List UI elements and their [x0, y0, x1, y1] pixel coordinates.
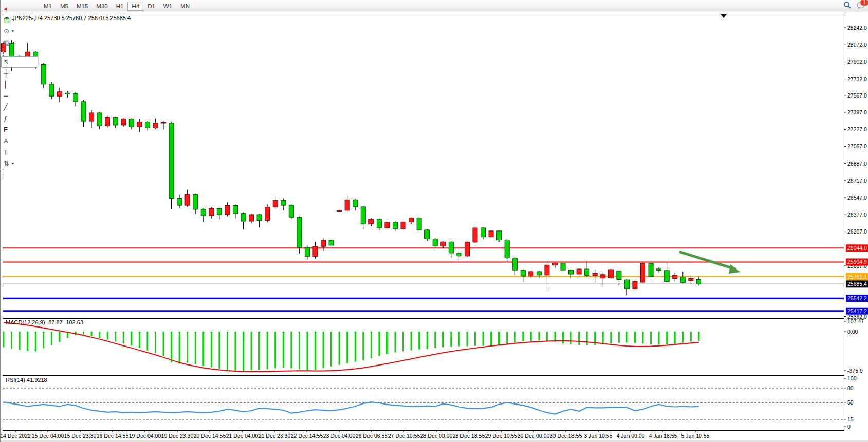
candle	[113, 118, 118, 125]
chat-button[interactable]: 1	[857, 2, 865, 11]
crosshair-button[interactable]: ┼	[1, 68, 38, 79]
timeframe-button-w1[interactable]: W1	[159, 2, 176, 11]
candle	[337, 210, 342, 212]
candle	[537, 272, 541, 275]
timeframe-button-m5[interactable]: M5	[56, 2, 72, 11]
price-tick-label: 28072.0	[847, 42, 867, 48]
candle	[513, 258, 518, 270]
price-pane-border	[3, 14, 844, 317]
text-button[interactable]: A	[1, 136, 38, 147]
timeframe-button-m1[interactable]: M1	[40, 2, 56, 11]
status-strip	[1, 440, 868, 442]
candle	[577, 269, 581, 274]
candle	[552, 263, 557, 265]
candle	[73, 93, 78, 102]
candle	[97, 113, 102, 126]
macd-indicator-label: MACD(12,26,9) -87.87 -102.63	[6, 319, 83, 325]
shapes-button[interactable]: ⇅▾	[1, 158, 38, 169]
horizontal-lines[interactable]: 26044.025904.925761.125685.425542.225417…	[3, 244, 868, 314]
candle	[49, 84, 54, 96]
candle	[297, 217, 302, 247]
cursor-button[interactable]: ↖	[1, 56, 38, 68]
crosshair-icon: ┼	[4, 70, 8, 76]
candle	[585, 269, 589, 276]
candle	[121, 119, 126, 125]
channel-button[interactable]: ƒ	[1, 113, 38, 124]
price-tick-label: 26887.0	[847, 161, 867, 167]
rsi-pane: 1008050150	[3, 375, 857, 430]
candle	[265, 207, 270, 221]
candle	[473, 228, 477, 242]
chart-shift-button[interactable]: ◂	[1, 3, 38, 14]
price-badge-label: 25904.9	[847, 259, 867, 265]
time-tick-label: 28 Dec 00:00	[420, 433, 453, 439]
notification-badge: 1	[860, 0, 868, 6]
candle	[225, 205, 230, 215]
trend-arrow-annotation[interactable]	[680, 252, 741, 274]
price-tick-label: 27227.0	[847, 126, 867, 132]
auto-scroll-button[interactable]: ▸	[1, 0, 38, 3]
horizontal-line-button[interactable]: ─	[1, 90, 38, 102]
chart-shift-marker-icon[interactable]	[721, 14, 727, 18]
templates-button[interactable]: ▤▾	[1, 14, 38, 26]
search-button[interactable]	[843, 1, 852, 11]
candle	[624, 280, 629, 289]
candle	[425, 230, 430, 239]
timeframe-button-h4[interactable]: H4	[127, 2, 143, 11]
rsi-line	[4, 402, 699, 414]
candle	[401, 222, 405, 229]
candle	[153, 123, 158, 128]
candle	[361, 207, 365, 224]
rsi-tick-label: 100	[847, 375, 857, 381]
price-tick-label: 26717.0	[847, 178, 867, 184]
time-tick-label: 30 Dec 18:55	[550, 433, 582, 439]
candle	[529, 272, 533, 276]
candle	[385, 222, 390, 228]
candle	[569, 270, 574, 274]
price-tick-label: 27902.0	[847, 59, 867, 65]
timeframe-button-m30[interactable]: M30	[92, 2, 112, 11]
text-label-button[interactable]: T	[1, 147, 38, 158]
timeframe-button-d1[interactable]: D1	[143, 2, 159, 11]
candle	[345, 200, 349, 210]
dropdown-caret-icon[interactable]: ▾	[12, 40, 14, 45]
dropdown-caret-icon[interactable]: ▾	[12, 161, 14, 166]
auto-scroll-icon: ▸	[4, 0, 7, 1]
period-button[interactable]: ⊙▾	[1, 26, 38, 37]
candle	[417, 218, 421, 230]
candle	[105, 118, 110, 126]
macd-signal-line	[4, 323, 699, 372]
chart-profile-button[interactable]: ▨▾	[1, 37, 38, 48]
trendline-button[interactable]: ╱	[1, 102, 38, 113]
price-tick-label: 26547.0	[847, 195, 867, 201]
chart-canvas[interactable]: 28242.028072.027902.027732.027567.027397…	[1, 0, 868, 442]
vertical-line-button[interactable]: │	[1, 79, 38, 90]
time-axis: 14 Dec 202215 Dec 04:0015 Dec 23:3016 De…	[1, 430, 710, 439]
price-tick-label: 26377.0	[847, 212, 867, 218]
search-icon	[843, 1, 852, 9]
fibonacci-button[interactable]: F	[1, 124, 38, 136]
candle	[649, 263, 653, 276]
horizontal-line-icon: ─	[4, 92, 8, 99]
candle	[185, 195, 190, 205]
time-tick-label: 16 Dec 14:55	[97, 433, 129, 439]
dropdown-caret-icon[interactable]: ▾	[12, 17, 14, 22]
timeframe-toolbar: M1M5M15M30H1H4D1W1MN	[40, 2, 194, 11]
candle	[465, 242, 469, 256]
price-tick-label: 28242.0	[847, 25, 867, 31]
candle	[457, 253, 461, 256]
rsi-tick-label: 50	[847, 399, 854, 406]
candle	[593, 274, 597, 276]
timeframe-button-h1[interactable]: H1	[112, 2, 128, 11]
candle	[89, 113, 94, 121]
timeframe-button-m15[interactable]: M15	[72, 2, 92, 11]
candle	[169, 123, 174, 198]
candle	[617, 271, 621, 280]
rsi-pane-border	[3, 376, 844, 431]
trendline-icon: ╱	[4, 104, 8, 110]
time-tick-label: 21 Dec 23:30	[258, 433, 291, 439]
dropdown-caret-icon[interactable]: ▾	[12, 29, 14, 33]
timeframe-button-mn[interactable]: MN	[176, 2, 194, 11]
candle	[641, 263, 645, 282]
time-tick-label: 28 Dec 18:55	[453, 433, 485, 439]
